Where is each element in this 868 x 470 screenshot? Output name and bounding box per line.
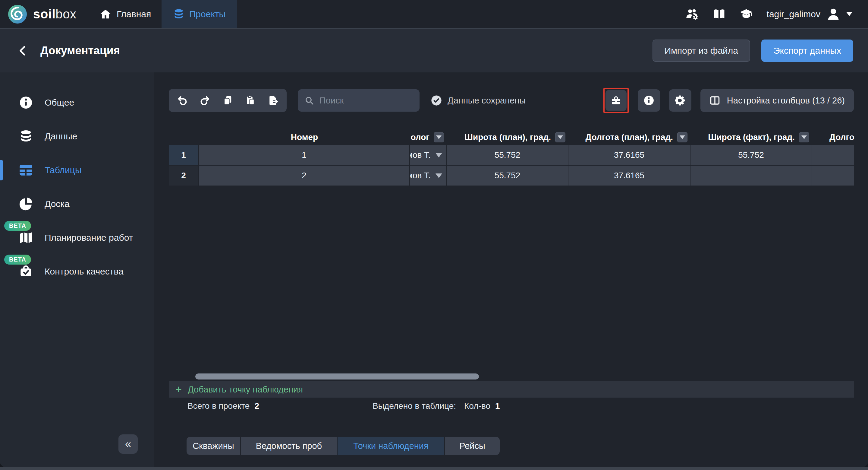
filter-button[interactable] bbox=[677, 132, 687, 142]
projects-database-icon bbox=[173, 8, 184, 20]
dropdown-caret-icon bbox=[435, 153, 442, 157]
home-icon bbox=[100, 8, 111, 20]
column-header-number[interactable]: Номер bbox=[199, 129, 410, 145]
row-number-cell[interactable]: 1 bbox=[169, 145, 199, 166]
column-header-lat-plan[interactable]: Широта (план), град. bbox=[447, 129, 568, 145]
navbar-right-cluster: tagir_galimov bbox=[685, 0, 852, 28]
info-button[interactable] bbox=[638, 89, 660, 112]
beta-badge: BETA bbox=[4, 221, 31, 231]
info-icon bbox=[643, 95, 655, 106]
table-footer-stats: Всего в проекте2 Выделено в таблице: Кол… bbox=[169, 401, 854, 414]
database-icon bbox=[18, 129, 34, 143]
nav-item-home[interactable]: Главная bbox=[100, 0, 151, 28]
docs-book-icon[interactable] bbox=[712, 7, 726, 21]
gear-icon bbox=[675, 95, 686, 106]
sidebar-menu: Общее Данные bbox=[0, 72, 154, 288]
row-number-cell[interactable]: 2 bbox=[169, 166, 199, 186]
columns-icon bbox=[710, 95, 720, 106]
add-observation-point-button[interactable]: + Добавить точку наблюдения bbox=[169, 381, 854, 398]
top-navbar: soilbox Главная Проекты bbox=[0, 0, 868, 29]
cell-lat-fact[interactable]: 55.752 bbox=[690, 145, 812, 166]
window-bottom-edge bbox=[0, 467, 868, 470]
history-button-group bbox=[169, 89, 287, 112]
tab-trips[interactable]: Рейсы bbox=[444, 437, 500, 455]
column-settings-button[interactable]: Настройка столбцов (13 / 26) bbox=[701, 89, 854, 112]
undo-button[interactable] bbox=[173, 91, 192, 110]
column-header-lon-plan[interactable]: Долгота (план), град. bbox=[568, 129, 690, 145]
export-data-button[interactable]: Экспорт данных bbox=[761, 39, 853, 62]
search-input[interactable] bbox=[319, 95, 413, 106]
saved-status-label: Данные сохранены bbox=[447, 96, 526, 106]
app-window: soilbox Главная Проекты bbox=[0, 0, 868, 467]
table-icon bbox=[18, 163, 34, 178]
export-table-button[interactable] bbox=[264, 91, 283, 110]
filter-button[interactable] bbox=[434, 132, 444, 142]
total-in-project: Всего в проекте2 bbox=[187, 401, 259, 411]
sidebar-item-data[interactable]: Данные bbox=[0, 119, 154, 153]
chevron-down-icon bbox=[846, 12, 852, 16]
nav-item-projects[interactable]: Проекты bbox=[161, 0, 237, 28]
filter-triangle-icon bbox=[801, 136, 807, 139]
filter-button[interactable] bbox=[555, 132, 565, 142]
tab-observation-points[interactable]: Точки наблюдения bbox=[337, 437, 444, 455]
beta-badge: BETA bbox=[4, 255, 31, 265]
check-circle-icon bbox=[431, 95, 442, 106]
column-header-lon-fact[interactable]: Долго bbox=[812, 129, 854, 145]
bottom-tab-bar: Скважины Ведомость проб Точки наблюдения… bbox=[187, 437, 500, 455]
header-actions: Импорт из файла Экспорт данных bbox=[652, 39, 853, 62]
search-box[interactable] bbox=[298, 89, 420, 112]
highlight-red-box bbox=[603, 88, 629, 113]
main-content: Данные сохранены bbox=[154, 72, 868, 467]
username-label: tagir_galimov bbox=[767, 9, 820, 19]
toolbox-button[interactable] bbox=[606, 90, 627, 111]
cell-lat-fact[interactable] bbox=[690, 166, 812, 186]
avatar-icon bbox=[826, 7, 841, 22]
sidebar: Общее Данные bbox=[0, 72, 154, 467]
sidebar-item-general[interactable]: Общее bbox=[0, 86, 154, 119]
horizontal-scrollbar-thumb[interactable] bbox=[195, 374, 479, 380]
settings-button[interactable] bbox=[669, 89, 691, 112]
sidebar-item-work-planning[interactable]: BETA Планирование работ bbox=[0, 221, 154, 255]
column-header-geologist[interactable]: олог bbox=[410, 129, 447, 145]
cell-number[interactable]: 1 bbox=[199, 145, 410, 166]
sidebar-collapse-button[interactable]: « bbox=[119, 434, 138, 454]
info-icon bbox=[18, 95, 34, 110]
paste-button[interactable] bbox=[241, 91, 260, 110]
brand-logo[interactable]: soilbox bbox=[8, 0, 76, 28]
copy-button[interactable] bbox=[218, 91, 237, 110]
back-button[interactable] bbox=[16, 43, 30, 58]
page-title: Документация bbox=[40, 45, 120, 57]
cell-lon-fact[interactable] bbox=[812, 145, 854, 166]
column-header-lat-fact[interactable]: Широта (факт), град. bbox=[690, 129, 812, 145]
row-number-header bbox=[169, 129, 199, 145]
map-icon bbox=[18, 231, 34, 245]
sidebar-item-board[interactable]: Доска bbox=[0, 187, 154, 221]
table-toolbar: Данные сохранены bbox=[169, 89, 854, 112]
saved-status: Данные сохранены bbox=[431, 95, 526, 106]
cell-geologist[interactable]: мов Т. bbox=[410, 166, 447, 186]
redo-button[interactable] bbox=[195, 91, 214, 110]
filter-button[interactable] bbox=[799, 132, 809, 142]
user-menu[interactable]: tagir_galimov bbox=[767, 7, 852, 22]
selected-count: Кол-во1 bbox=[464, 401, 500, 411]
import-from-file-button[interactable]: Импорт из файла bbox=[652, 39, 750, 62]
cell-lat-plan[interactable]: 55.752 bbox=[447, 145, 568, 166]
sidebar-item-quality-control[interactable]: BETA Контроль качества bbox=[0, 255, 154, 288]
tab-sample-sheet[interactable]: Ведомость проб bbox=[240, 437, 337, 455]
cell-geologist[interactable]: мов Т. bbox=[410, 145, 447, 166]
quality-check-icon bbox=[18, 265, 34, 278]
team-settings-icon[interactable] bbox=[685, 7, 699, 21]
sidebar-item-tables[interactable]: Таблицы bbox=[0, 153, 154, 187]
cell-lon-fact[interactable] bbox=[812, 166, 854, 186]
brand-wordmark: soilbox bbox=[33, 7, 76, 22]
tab-boreholes[interactable]: Скважины bbox=[187, 437, 240, 455]
cell-lon-plan[interactable]: 37.6165 bbox=[568, 166, 690, 186]
toolbar-right-cluster: Настройка столбцов (13 / 26) bbox=[603, 88, 854, 113]
education-cap-icon[interactable] bbox=[740, 7, 753, 21]
page-header: Документация Импорт из файла Экспорт дан… bbox=[0, 29, 868, 72]
cell-number[interactable]: 2 bbox=[199, 166, 410, 186]
cell-lat-plan[interactable]: 55.752 bbox=[447, 166, 568, 186]
cell-lon-plan[interactable]: 37.6165 bbox=[568, 145, 690, 166]
total-value: 2 bbox=[254, 401, 259, 411]
table-header-row: Номер олог Широта (план), град. Долгота … bbox=[169, 129, 854, 145]
